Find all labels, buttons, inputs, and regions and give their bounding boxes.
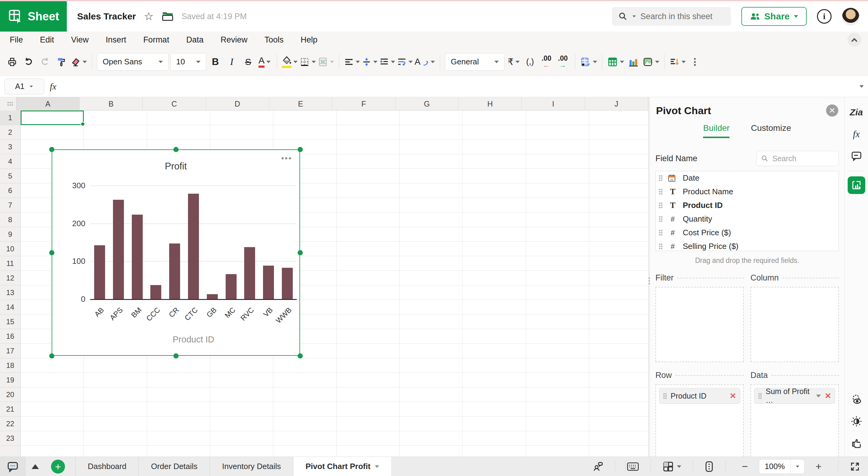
panel-tab-customize[interactable]: Customize: [751, 123, 791, 138]
row-header-18[interactable]: 18: [0, 358, 20, 373]
chart-resize-handle[interactable]: [49, 250, 54, 255]
field-item-quantity[interactable]: #Quantity: [656, 212, 839, 226]
chart-bar-CTC[interactable]: [188, 194, 199, 299]
drag-handle-icon[interactable]: [659, 229, 663, 236]
chip-remove-icon[interactable]: ✕: [730, 391, 736, 401]
pivot-chart-object[interactable]: Profit ••• 0100200300ABAPSBMCCCCRCTCGBMC…: [52, 149, 300, 356]
menu-item-tools[interactable]: Tools: [256, 35, 292, 44]
font-family-select[interactable]: Open Sans: [97, 53, 168, 71]
chip-dropdown-icon[interactable]: [816, 394, 821, 398]
column-header-H[interactable]: H: [459, 97, 522, 110]
bold-button[interactable]: B: [208, 53, 223, 71]
column-header-D[interactable]: D: [206, 97, 269, 110]
chart-bar-VB[interactable]: [263, 266, 274, 299]
zoom-dropdown[interactable]: [790, 459, 804, 474]
scroll-navigator-button[interactable]: [699, 461, 720, 472]
filter-dropzone[interactable]: [655, 287, 744, 362]
chart-bar-MC[interactable]: [226, 274, 237, 299]
functions-button[interactable]: fx: [848, 126, 865, 143]
chart-resize-handle[interactable]: [174, 147, 179, 152]
column-header-J[interactable]: J: [585, 97, 648, 110]
row-header-20[interactable]: 20: [0, 387, 20, 402]
grid-cells[interactable]: Profit ••• 0100200300ABAPSBMCCCCRCTCGBMC…: [21, 110, 648, 456]
row-header-8[interactable]: 8: [0, 213, 20, 227]
print-button[interactable]: [5, 53, 20, 71]
sheet-tab-dashboard[interactable]: Dashboard: [75, 457, 139, 476]
field-item-product-id[interactable]: TProduct ID: [656, 198, 839, 212]
column-header-F[interactable]: F: [332, 97, 396, 110]
zia-assistant-button[interactable]: Zia: [848, 104, 865, 121]
sheet-list-button[interactable]: [26, 457, 45, 476]
view-settings-button[interactable]: [848, 391, 865, 408]
zoom-control[interactable]: 100%: [759, 459, 805, 474]
field-item-date[interactable]: 31Date: [656, 171, 839, 185]
panel-tab-builder[interactable]: Builder: [703, 123, 730, 138]
menu-item-help[interactable]: Help: [292, 35, 326, 44]
drag-handle-icon[interactable]: [663, 393, 667, 399]
menu-item-format[interactable]: Format: [135, 35, 178, 44]
merge-cells-button[interactable]: [318, 53, 334, 71]
comma-format-button[interactable]: (,): [523, 53, 537, 71]
chart-menu-button[interactable]: •••: [281, 154, 292, 163]
currency-format-button[interactable]: ₹: [506, 53, 521, 71]
chart-bar-AB[interactable]: [94, 245, 105, 299]
row-header-21[interactable]: 21: [0, 402, 20, 416]
sheet-tab-pivot-chart-profit[interactable]: Pivot Chart Profit: [293, 457, 391, 476]
zoom-out-button[interactable]: −: [731, 461, 759, 472]
keyboard-shortcuts-button[interactable]: [621, 462, 645, 472]
chart-bar-BM[interactable]: [132, 215, 143, 299]
increase-decimal-button[interactable]: .00→: [556, 53, 570, 71]
row-dropzone[interactable]: Product ID✕: [655, 384, 744, 459]
decrease-decimal-button[interactable]: .00←: [539, 53, 554, 71]
indent-button[interactable]: [379, 53, 395, 71]
fill-color-button[interactable]: [282, 53, 298, 71]
strikethrough-button[interactable]: S: [241, 53, 255, 71]
appearance-button[interactable]: [848, 413, 865, 430]
selected-cell-a1[interactable]: [21, 110, 84, 125]
row-header-10[interactable]: 10: [0, 242, 20, 256]
drag-handle-icon[interactable]: [758, 393, 762, 399]
freeze-panes-button[interactable]: [656, 461, 687, 472]
insert-chart-button[interactable]: [626, 53, 641, 71]
row-header-22[interactable]: 22: [0, 416, 20, 431]
chip-remove-icon[interactable]: ✕: [825, 391, 831, 401]
undo-button[interactable]: [21, 53, 36, 71]
chart-bar-CCC[interactable]: [150, 285, 161, 299]
field-search-input[interactable]: Search: [756, 151, 839, 166]
comments-button[interactable]: [848, 148, 865, 164]
sheet-tab-order-details[interactable]: Order Details: [139, 457, 210, 476]
format-painter-button[interactable]: [54, 53, 69, 71]
font-size-select[interactable]: 10: [170, 53, 206, 71]
horizontal-align-button[interactable]: [344, 53, 360, 71]
sheet-tab-caret-icon[interactable]: [375, 465, 379, 468]
row-header-5[interactable]: 5: [0, 169, 20, 183]
column-header-C[interactable]: C: [143, 97, 206, 110]
number-format-select[interactable]: General: [445, 53, 504, 71]
column-header-B[interactable]: B: [80, 97, 143, 110]
zoom-in-button[interactable]: +: [805, 461, 833, 472]
chart-resize-handle[interactable]: [298, 147, 303, 152]
field-chip-product-id[interactable]: Product ID✕: [659, 388, 740, 404]
feedback-button[interactable]: [848, 435, 865, 452]
menu-item-insert[interactable]: Insert: [97, 35, 135, 44]
info-button[interactable]: i: [817, 9, 832, 24]
italic-button[interactable]: I: [224, 53, 239, 71]
drag-handle-icon[interactable]: [659, 216, 663, 222]
row-header-17[interactable]: 17: [0, 344, 20, 358]
menu-item-edit[interactable]: Edit: [32, 35, 63, 44]
text-rotate-button[interactable]: A: [414, 53, 435, 71]
row-header-6[interactable]: 6: [0, 183, 20, 198]
search-options-caret[interactable]: [632, 15, 636, 17]
row-header-15[interactable]: 15: [0, 315, 20, 329]
column-header-I[interactable]: I: [522, 97, 585, 110]
panel-close-button[interactable]: ✕: [826, 104, 838, 117]
collapse-toolbar-button[interactable]: [847, 33, 861, 47]
row-header-11[interactable]: 11: [0, 256, 20, 271]
chart-resize-handle[interactable]: [174, 353, 179, 358]
formula-bar-expand-caret[interactable]: [860, 85, 864, 88]
redo-button[interactable]: [38, 53, 52, 71]
drag-handle-icon[interactable]: [659, 202, 663, 209]
pivot-panel-toggle-active[interactable]: [848, 177, 865, 194]
share-button[interactable]: Share: [741, 7, 807, 26]
chart-bar-CR[interactable]: [169, 244, 180, 299]
